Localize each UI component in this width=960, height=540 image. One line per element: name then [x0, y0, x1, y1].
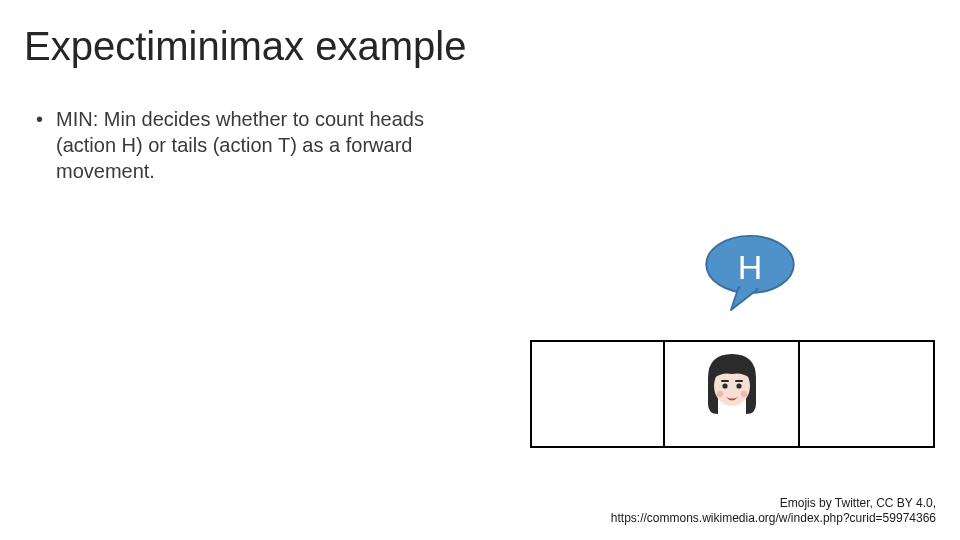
bullet-item: • MIN: Min decides whether to count head…: [36, 106, 456, 184]
attribution-line-2: https://commons.wikimedia.org/w/index.ph…: [611, 511, 936, 526]
bubble-letter: H: [702, 248, 798, 287]
player-face-icon: [696, 348, 768, 420]
eye-left: [722, 383, 727, 388]
attribution-line-1: Emojis by Twitter, CC BY 4.0,: [611, 496, 936, 511]
game-board: [530, 340, 935, 448]
board-cell: [800, 340, 935, 448]
board-cell: [530, 340, 665, 448]
brow-left: [721, 380, 729, 382]
speech-bubble: H: [702, 234, 798, 312]
blush-left: [716, 391, 722, 397]
eye-right: [736, 383, 741, 388]
bullet-text: MIN: Min decides whether to count heads …: [56, 106, 456, 184]
brow-right: [735, 380, 743, 382]
board-cell: [665, 340, 800, 448]
attribution: Emojis by Twitter, CC BY 4.0, https://co…: [611, 496, 936, 526]
bullet-marker: •: [36, 106, 43, 132]
slide-title: Expectiminimax example: [24, 24, 466, 69]
blush-right: [740, 391, 746, 397]
